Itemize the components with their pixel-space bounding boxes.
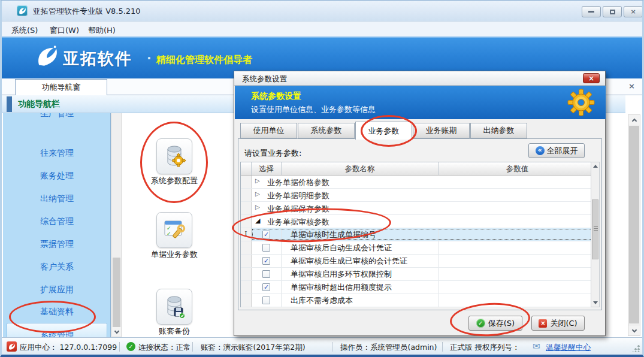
- main-scrollbar[interactable]: [628, 114, 640, 336]
- scroll-up-icon[interactable]: [593, 165, 598, 168]
- nav-bar-title: 功能导航栏: [18, 99, 60, 110]
- tab-nav-window[interactable]: 功能导航窗: [15, 79, 107, 95]
- scrollbar-thumb[interactable]: [113, 258, 120, 328]
- sidebar-item-crm[interactable]: 客户关系: [3, 262, 111, 275]
- shortcut-label-backup[interactable]: 账套备份: [132, 326, 216, 337]
- sidebar-item-extensions[interactable]: 扩展应用: [3, 285, 111, 298]
- app-logo-icon: [17, 5, 28, 16]
- scroll-down-icon[interactable]: [593, 301, 598, 304]
- expand-all-button[interactable]: « 全部展开: [528, 143, 585, 158]
- tab-system-params[interactable]: 系统参数: [298, 123, 355, 138]
- svg-text:✓: ✓: [167, 231, 171, 237]
- form-wrench-icon: ✓ ✓: [161, 217, 188, 243]
- expand-all-label: 全部展开: [547, 146, 578, 156]
- scroll-down-icon[interactable]: [628, 326, 640, 335]
- menu-system[interactable]: 系统(S): [8, 24, 41, 37]
- table-row[interactable]: 单据审核后生成已审核的会计凭证: [241, 255, 596, 268]
- brand-logo-icon: [33, 43, 61, 72]
- shortcut-account-backup[interactable]: [156, 289, 192, 325]
- menu-window[interactable]: 窗口(W): [46, 24, 83, 37]
- dialog-close-button[interactable]: ×: [583, 73, 600, 83]
- table-row[interactable]: 单据审核启用多环节权限控制: [241, 268, 596, 281]
- sidebar-item-transactions[interactable]: 往来管理: [3, 148, 111, 161]
- annotation-circle-business-params-tab: [361, 115, 417, 147]
- annotation-circle-system-management: [9, 301, 96, 333]
- status-connection: 连接状态：正常: [138, 343, 191, 353]
- database-backup-icon: [161, 294, 188, 320]
- dialog-header-subtitle: 设置使用单位信息、业务参数等信息: [251, 104, 376, 115]
- checkbox-unchecked[interactable]: [262, 297, 270, 304]
- app-window: 亚拓管理软件专业版 V8.5.210 × 系统(S) 窗口(W) 帮助(H) 亚…: [0, 0, 644, 357]
- status-bar: 应用中心： 127.0.0.1:7099 ✓ 连接状态：正常 账套：演示账套(2…: [2, 337, 642, 355]
- resize-grip[interactable]: [633, 345, 640, 352]
- status-account-set: 账套：演示账套(2017年第2期): [201, 343, 306, 353]
- checkbox-checked[interactable]: [262, 257, 270, 265]
- tab-cashier-params[interactable]: 出纳参数: [470, 123, 527, 138]
- sidebar-item-cashier[interactable]: 出纳管理: [3, 193, 111, 207]
- col-select[interactable]: 选择: [252, 162, 282, 175]
- scrollbar-thumb[interactable]: [592, 199, 598, 259]
- table-header: 选择 参数名称 参数值: [241, 162, 596, 176]
- sidebar-item-comprehensive[interactable]: 综合管理: [3, 216, 111, 229]
- annotation-circle-system-params-shortcut: [140, 122, 208, 203]
- brand-dot: ·: [147, 51, 152, 65]
- connection-ok-icon: ✓: [126, 342, 135, 351]
- shortcut-label-doc-params[interactable]: 单据业务参数: [132, 249, 216, 260]
- dialog-header: 系统参数设置 设置使用单位信息、业务参数等信息: [235, 86, 606, 119]
- collapsed-triangle-icon[interactable]: ▷: [255, 177, 260, 184]
- dialog-title: 系统参数设置: [242, 74, 287, 84]
- maximize-button[interactable]: [603, 6, 622, 17]
- checkbox-unchecked[interactable]: [262, 270, 270, 278]
- collapsed-triangle-icon[interactable]: ▷: [255, 190, 260, 197]
- dialog-header-title: 系统参数设置: [251, 91, 301, 102]
- sidebar-scrollbar[interactable]: [111, 95, 122, 337]
- close-button[interactable]: × 关闭(C): [531, 316, 585, 331]
- system-params-dialog: 系统参数设置 × 系统参数设置 设置使用单位信息、业务参数等信息: [234, 71, 606, 336]
- status-app-center: 应用中心： 127.0.0.1:7099: [20, 343, 117, 353]
- scroll-down-icon[interactable]: [112, 327, 121, 337]
- shortcut-doc-business-params[interactable]: ✓ ✓: [156, 212, 192, 248]
- sidebar-item-accounting[interactable]: 账务处理: [3, 171, 111, 184]
- table-row[interactable]: ▷ 业务单据明细参数: [241, 189, 596, 202]
- minimize-button[interactable]: [582, 6, 601, 17]
- table-row[interactable]: ▷ 业务单据价格参数: [241, 176, 596, 189]
- sidebar-item-bills[interactable]: 票据管理: [3, 239, 111, 252]
- menu-help[interactable]: 帮助(H): [84, 24, 119, 37]
- brand-name: 亚拓软件: [63, 48, 132, 69]
- scroll-up-icon[interactable]: [628, 115, 640, 125]
- checkbox-unchecked[interactable]: [262, 244, 270, 252]
- table-row[interactable]: 单据审核后自动生成会计凭证: [241, 241, 596, 255]
- title-bar: 亚拓管理软件专业版 V8.5.210 ×: [2, 1, 642, 22]
- expand-all-icon: «: [536, 146, 545, 155]
- status-operator: 操作员：系统管理员(admin): [340, 343, 437, 353]
- checkbox-checked[interactable]: [262, 283, 270, 291]
- tab-usage-unit[interactable]: 使用单位: [240, 123, 297, 138]
- mail-icon: ✉: [533, 341, 540, 352]
- window-title: 亚拓管理软件专业版 V8.5.210: [33, 6, 141, 17]
- dialog-title-bar: 系统参数设置: [234, 71, 605, 86]
- reminder-center-link[interactable]: 温馨提醒中心: [546, 343, 591, 353]
- statusbar-logo-icon: [7, 341, 17, 352]
- window-close-button[interactable]: ×: [624, 6, 643, 17]
- table-scrollbar[interactable]: [591, 162, 600, 307]
- col-value[interactable]: 参数值: [439, 162, 596, 175]
- scrollbar-thumb[interactable]: [629, 126, 639, 323]
- status-license: 正式版 授权序列号：: [450, 343, 519, 353]
- table-row[interactable]: 单据审核时超出信用额度提示: [241, 281, 596, 294]
- brand-slogan: 精细化管理软件倡导者: [156, 54, 252, 66]
- params-prompt: 请设置业务参数:: [244, 148, 301, 159]
- gear-icon: [567, 89, 595, 119]
- content-close-icon[interactable]: ×: [628, 81, 635, 90]
- close-x-icon: ×: [539, 319, 547, 328]
- nav-bar-accent: [7, 96, 12, 112]
- tab-business-period[interactable]: 业务账期: [413, 123, 470, 138]
- table-row[interactable]: 出库不需考虑成本: [241, 294, 596, 307]
- col-name[interactable]: 参数名称: [282, 162, 439, 175]
- menu-bar: 系统(S) 窗口(W) 帮助(H): [2, 22, 642, 37]
- collapsed-triangle-icon[interactable]: ▷: [255, 204, 260, 210]
